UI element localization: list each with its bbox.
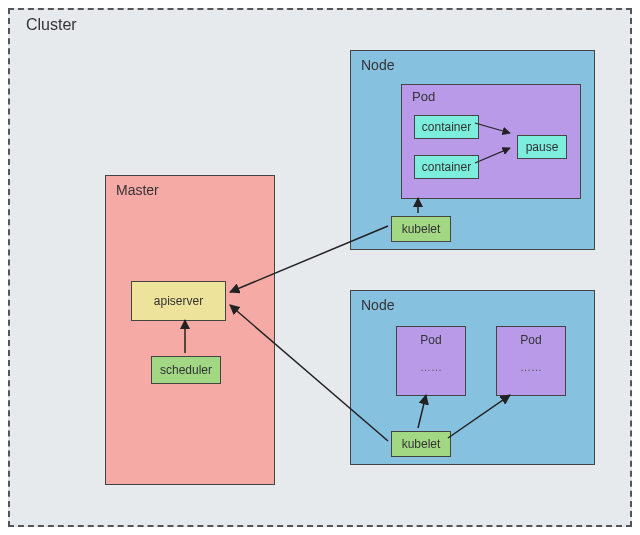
node2-kubelet-box: kubelet [391, 431, 451, 457]
scheduler-label: scheduler [160, 363, 212, 377]
node2-pod1-label: Pod [397, 333, 465, 347]
node1-kubelet-box: kubelet [391, 216, 451, 242]
container1-label: container [422, 120, 471, 134]
pause-box: pause [517, 135, 567, 159]
apiserver-label: apiserver [154, 294, 203, 308]
master-label: Master [116, 182, 159, 198]
node2-pod2-box: Pod …… [496, 326, 566, 396]
cluster-label: Cluster [26, 16, 77, 34]
node1-pod-box: Pod container container pause [401, 84, 581, 199]
node2-pod2-dots: …… [497, 361, 565, 373]
node1-pod-label: Pod [412, 89, 435, 104]
container1-box: container [414, 115, 479, 139]
node1-box: Node Pod container container pause kubel… [350, 50, 595, 250]
node2-label: Node [361, 297, 394, 313]
container2-label: container [422, 160, 471, 174]
diagram-canvas: Cluster Master apiserver scheduler Node … [0, 0, 640, 535]
node2-pod2-label: Pod [497, 333, 565, 347]
apiserver-box: apiserver [131, 281, 226, 321]
cluster-box: Cluster Master apiserver scheduler Node … [8, 8, 632, 527]
node2-kubelet-label: kubelet [402, 437, 441, 451]
scheduler-box: scheduler [151, 356, 221, 384]
node2-pod1-dots: …… [397, 361, 465, 373]
node1-label: Node [361, 57, 394, 73]
container2-box: container [414, 155, 479, 179]
master-box: Master apiserver scheduler [105, 175, 275, 485]
pause-label: pause [526, 140, 559, 154]
node2-box: Node Pod …… Pod …… kubelet [350, 290, 595, 465]
node2-pod1-box: Pod …… [396, 326, 466, 396]
node1-kubelet-label: kubelet [402, 222, 441, 236]
